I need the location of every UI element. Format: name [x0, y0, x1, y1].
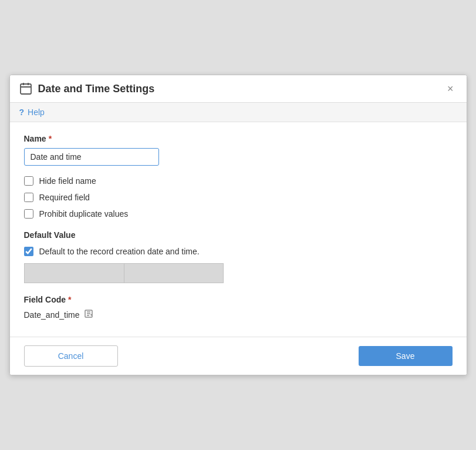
date-input-box-1[interactable] [24, 263, 124, 283]
name-field-group: Name * [24, 134, 453, 166]
cancel-button[interactable]: Cancel [24, 345, 118, 367]
edit-field-code-icon[interactable] [84, 309, 93, 320]
default-value-title: Default Value [24, 230, 453, 240]
default-creation-date-label: Default to the record creation date and … [39, 247, 200, 256]
name-input[interactable] [24, 148, 159, 166]
prohibit-duplicate-item[interactable]: Prohibit duplicate values [24, 209, 453, 219]
dialog-footer: Cancel Save [10, 337, 467, 375]
field-code-value-row: Date_and_time [24, 309, 453, 320]
help-bar: ? Help [10, 103, 467, 122]
required-field-label: Required field [39, 193, 90, 202]
prohibit-duplicate-checkbox[interactable] [24, 209, 33, 219]
hide-field-name-checkbox[interactable] [24, 176, 33, 186]
default-value-group: Default Value Default to the record crea… [24, 230, 453, 283]
close-button[interactable]: × [444, 82, 457, 95]
dialog-title-text: Date and Time Settings [38, 83, 155, 95]
checkbox-group: Hide field name Required field Prohibit … [24, 176, 453, 219]
name-required-star: * [49, 134, 52, 143]
help-icon: ? [19, 108, 25, 117]
required-field-item[interactable]: Required field [24, 193, 453, 202]
dialog-header: Date and Time Settings × [10, 75, 467, 103]
hide-field-name-item[interactable]: Hide field name [24, 176, 453, 186]
field-code-required-star: * [68, 295, 71, 304]
name-label: Name * [24, 134, 453, 143]
default-value-check-row: Default to the record creation date and … [24, 247, 453, 256]
date-inputs-row [24, 263, 453, 283]
calendar-icon [19, 82, 32, 95]
date-time-settings-dialog: Date and Time Settings × ? Help Name * H… [9, 75, 467, 375]
hide-field-name-label: Hide field name [39, 176, 96, 186]
dialog-title: Date and Time Settings [19, 82, 155, 95]
field-code-text: Date_and_time [24, 310, 80, 320]
save-button[interactable]: Save [359, 346, 453, 366]
date-input-box-2[interactable] [124, 263, 224, 283]
dialog-body: Name * Hide field name Required field Pr… [10, 122, 467, 337]
required-field-checkbox[interactable] [24, 193, 33, 202]
field-code-label: Field Code * [24, 295, 453, 304]
svg-rect-0 [21, 84, 31, 94]
default-creation-date-checkbox[interactable] [24, 247, 33, 256]
prohibit-duplicate-label: Prohibit duplicate values [39, 209, 129, 219]
field-code-section: Field Code * Date_and_time [24, 295, 453, 320]
help-link[interactable]: Help [28, 108, 45, 117]
